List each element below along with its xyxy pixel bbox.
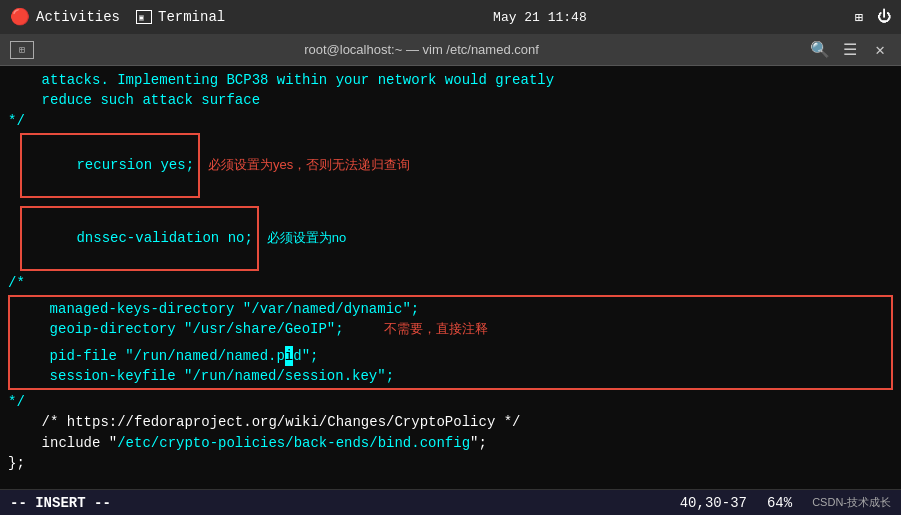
search-button[interactable]: 🔍: [809, 39, 831, 61]
window-controls: 🔍 ☰ ✕: [809, 39, 891, 61]
close-button[interactable]: ✕: [869, 39, 891, 61]
include-post: ";: [470, 433, 487, 453]
editor-line-comment-start: /*: [8, 273, 893, 293]
editor-line-reduce: reduce such attack surface: [8, 90, 893, 110]
editor-line-include: include "/etc/crypto-policies/back-ends/…: [8, 433, 893, 453]
top-bar-datetime: May 21 11:48: [493, 10, 587, 25]
activities-label: Activities: [36, 9, 120, 25]
line-text: /* https://fedoraproject.org/wiki/Change…: [8, 412, 520, 432]
activities-button[interactable]: 🔴 Activities: [10, 7, 120, 27]
line-text: */: [8, 111, 25, 131]
activities-icon: 🔴: [10, 7, 30, 27]
editor-line-comment-close1: */: [8, 111, 893, 131]
include-pre: include ": [8, 433, 117, 453]
insert-mode-label: -- INSERT --: [10, 495, 111, 511]
window-chrome: ⊞ root@localhost:~ — vim /etc/named.conf…: [0, 34, 901, 66]
terminal-label: Terminal: [158, 9, 225, 25]
editor-line-comment-close2: */: [8, 392, 893, 412]
big-annotation-box: managed-keys-directory "/var/named/dynam…: [8, 295, 893, 390]
dnssec-annotation: 必须设置为no: [267, 229, 346, 248]
recursion-code: recursion yes;: [76, 157, 194, 173]
dnssec-box: dnssec-validation no;: [20, 206, 259, 271]
window-title: root@localhost:~ — vim /etc/named.conf: [304, 42, 539, 57]
editor-line-geoip: geoip-directory "/usr/share/GeoIP"; 不需要，…: [16, 319, 885, 339]
cursor-position: 40,30-37: [680, 495, 747, 511]
terminal-icon: ▣: [136, 10, 152, 24]
status-right: 40,30-37 64% CSDN-技术成长: [680, 495, 891, 511]
editor-line-pid: pid-file "/run/named/named.pid";: [16, 346, 885, 366]
recursion-annotation: 必须设置为yes，否则无法递归查询: [208, 156, 410, 175]
csdn-badge: CSDN-技术成长: [812, 495, 891, 510]
line-text: geoip-directory "/usr/share/GeoIP";: [16, 319, 344, 339]
line-text: attacks. Implementing BCP38 within your …: [8, 70, 554, 90]
editor-line-closing-brace: };: [8, 453, 893, 473]
editor-line-dnssec: dnssec-validation no; 必须设置为no: [8, 206, 893, 271]
top-bar-right: ⊞ ⏻: [855, 9, 891, 26]
editor-line-attacks: attacks. Implementing BCP38 within your …: [8, 70, 893, 90]
line-text-pre: pid-file "/run/named/named.p: [16, 346, 285, 366]
editor-line-managed-keys: managed-keys-directory "/var/named/dynam…: [16, 299, 885, 319]
status-bar: -- INSERT -- 40,30-37 64% CSDN-技术成长: [0, 489, 901, 515]
bigbox-annotation: 不需要，直接注释: [384, 320, 488, 339]
recursion-box: recursion yes;: [20, 133, 200, 198]
window-icon: ⊞: [10, 41, 34, 59]
terminal-tab[interactable]: ▣ Terminal: [136, 9, 225, 25]
top-bar-left: 🔴 Activities ▣ Terminal: [10, 7, 225, 27]
line-text: };: [8, 453, 25, 473]
cursor: i: [285, 346, 293, 366]
dnssec-code: dnssec-validation no;: [76, 230, 252, 246]
line-text: managed-keys-directory "/var/named/dynam…: [16, 299, 419, 319]
editor-line-recursion: recursion yes; 必须设置为yes，否则无法递归查询: [8, 133, 893, 198]
scroll-percent: 64%: [767, 495, 792, 511]
menu-button[interactable]: ☰: [839, 39, 861, 61]
include-path: /etc/crypto-policies/back-ends/bind.conf…: [117, 433, 470, 453]
top-bar: 🔴 Activities ▣ Terminal May 21 11:48 ⊞ ⏻: [0, 0, 901, 34]
editor-line-session-keyfile: session-keyfile "/run/named/session.key"…: [16, 366, 885, 386]
network-icon[interactable]: ⊞: [855, 9, 863, 26]
terminal-body: attacks. Implementing BCP38 within your …: [0, 66, 901, 489]
spacer-line: [8, 200, 893, 204]
power-icon[interactable]: ⏻: [877, 9, 891, 25]
line-text-post: d";: [293, 346, 318, 366]
line-text: */: [8, 392, 25, 412]
line-text: session-keyfile "/run/named/session.key"…: [16, 366, 394, 386]
line-text: /*: [8, 273, 25, 293]
line-text: reduce such attack surface: [8, 90, 260, 110]
editor-line-url-comment: /* https://fedoraproject.org/wiki/Change…: [8, 412, 893, 432]
